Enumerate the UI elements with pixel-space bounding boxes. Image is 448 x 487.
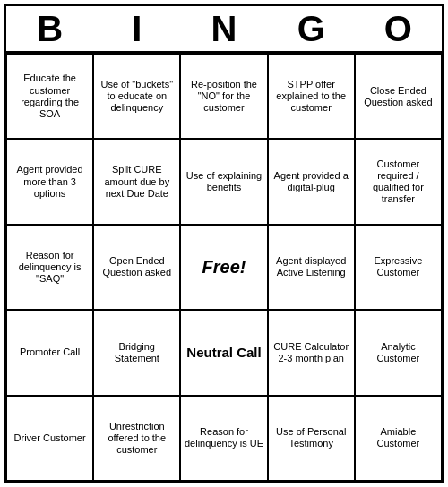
cell-0-4[interactable]: Close Ended Question asked [355,54,442,139]
letter-o: O [355,9,442,49]
cell-3-1[interactable]: Bridging Statement [93,310,180,395]
bingo-grid: Educate the customer regarding the SOA U… [6,53,442,481]
cell-0-3[interactable]: STPP offer explained to the customer [268,54,355,139]
cell-4-0[interactable]: Driver Customer [6,396,93,481]
cell-3-4[interactable]: Analytic Customer [355,310,442,395]
bingo-card: B I N G O Educate the customer regarding… [4,4,444,483]
cell-4-2[interactable]: Reason for delinquency is UE [180,396,267,481]
cell-1-1[interactable]: Split CURE amount due by next Due Date [93,139,180,224]
cell-3-0[interactable]: Promoter Call [6,310,93,395]
cell-2-4[interactable]: Expressive Customer [355,225,442,310]
cell-free[interactable]: Free! [180,225,267,310]
cell-0-2[interactable]: Re-position the "NO" for the customer [180,54,267,139]
cell-3-3[interactable]: CURE Calculator 2-3 month plan [268,310,355,395]
letter-i: I [93,9,180,49]
cell-4-1[interactable]: Unrestriction offered to the customer [93,396,180,481]
cell-1-3[interactable]: Agent provided a digital-plug [268,139,355,224]
bingo-header: B I N G O [6,6,442,53]
cell-0-1[interactable]: Use of "buckets" to educate on delinquen… [93,54,180,139]
cell-4-3[interactable]: Use of Personal Testimony [268,396,355,481]
cell-1-4[interactable]: Customer required / qualified for transf… [355,139,442,224]
cell-4-4[interactable]: Amiable Customer [355,396,442,481]
cell-0-0[interactable]: Educate the customer regarding the SOA [6,54,93,139]
letter-n: N [180,9,267,49]
cell-1-0[interactable]: Agent provided more than 3 options [6,139,93,224]
letter-b: B [6,9,93,49]
cell-2-0[interactable]: Reason for delinquency is "SAQ" [6,225,93,310]
cell-2-3[interactable]: Agent displayed Active Listening [268,225,355,310]
letter-g: G [268,9,355,49]
cell-1-2[interactable]: Use of explaining benefits [180,139,267,224]
cell-neutral[interactable]: Neutral Call [180,310,267,395]
cell-2-1[interactable]: Open Ended Question asked [93,225,180,310]
